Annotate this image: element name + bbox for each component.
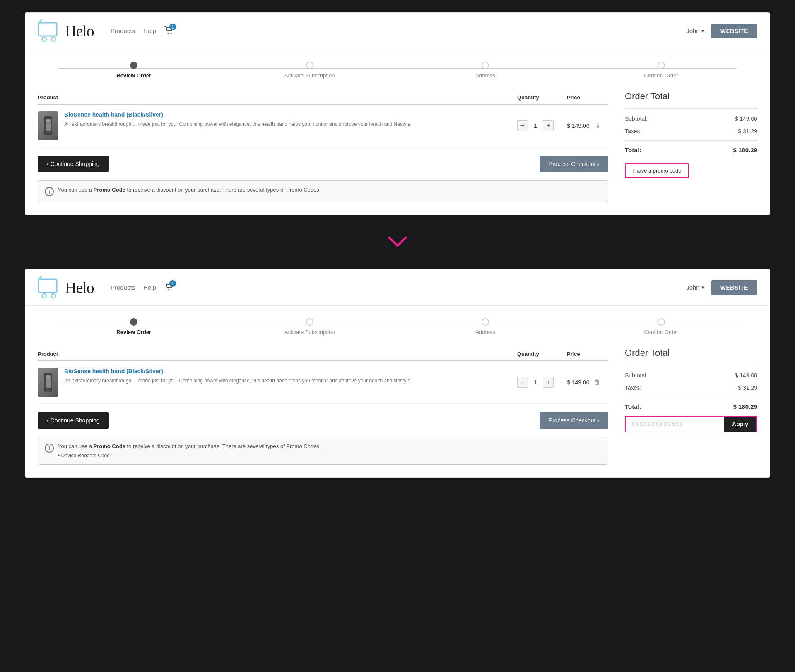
promo-input-row: Apply bbox=[625, 416, 757, 432]
col-product-2: Product bbox=[38, 351, 517, 357]
delete-btn[interactable]: 🗑 bbox=[594, 122, 600, 130]
nav-help-2[interactable]: Help bbox=[143, 284, 156, 291]
step-circle-confirm-2 bbox=[658, 318, 665, 326]
cart-icon[interactable]: 1 bbox=[164, 26, 173, 36]
logo-area: Helo bbox=[38, 19, 94, 42]
nav-products-2[interactable]: Products bbox=[111, 284, 135, 291]
step-label-confirm: Confirm Order bbox=[644, 72, 678, 79]
promo-text-before-2: You can use a bbox=[58, 443, 94, 449]
step-circle-address-2 bbox=[482, 318, 489, 326]
svg-rect-20 bbox=[46, 377, 50, 378]
cart-icon-2[interactable]: 1 bbox=[164, 283, 173, 292]
qty-plus-btn-2[interactable]: + bbox=[543, 377, 554, 388]
promo-banner-2: i You can use a Promo Code to receive a … bbox=[38, 437, 608, 465]
total-label-2: Total: bbox=[625, 403, 641, 410]
svg-point-16 bbox=[167, 289, 169, 290]
col-quantity-2: Quantity bbox=[517, 351, 567, 357]
qty-minus-btn[interactable]: − bbox=[517, 120, 528, 131]
header-2: Helo Products Help 1 John ▾ bbox=[25, 269, 770, 306]
delete-btn-2[interactable]: 🗑 bbox=[594, 379, 600, 386]
product-cell: BioSense health band (Black/Silver) An e… bbox=[38, 111, 517, 140]
svg-point-2 bbox=[42, 37, 46, 41]
action-buttons: ‹ Continue Shopping Process Checkout › bbox=[38, 156, 608, 172]
product-image-2 bbox=[38, 368, 58, 397]
order-table-header: Product Quantity Price bbox=[38, 91, 608, 105]
nav-help[interactable]: Help bbox=[143, 27, 156, 34]
step-circle-subscribe bbox=[306, 62, 313, 69]
promo-banner: i You can use a Promo Code to receive a … bbox=[38, 180, 608, 202]
step-review: Review Order bbox=[46, 62, 222, 79]
step-subscribe: Activate Subscription bbox=[222, 62, 398, 79]
product-info-2: BioSense health band (Black/Silver) An e… bbox=[64, 368, 517, 384]
product-desc: An extraordinary breakthrough ... made j… bbox=[64, 120, 517, 128]
svg-point-13 bbox=[42, 294, 46, 298]
user-menu[interactable]: John ▾ bbox=[686, 27, 705, 35]
step-label-confirm-2: Confirm Order bbox=[644, 329, 678, 335]
total-value-2: $ 180.29 bbox=[733, 403, 757, 410]
total-value: $ 180.29 bbox=[733, 146, 757, 154]
continue-shopping-btn-2[interactable]: ‹ Continue Shopping bbox=[38, 412, 109, 429]
step-confirm-2: Confirm Order bbox=[573, 318, 749, 335]
qty-plus-btn[interactable]: + bbox=[543, 120, 554, 131]
user-menu-2[interactable]: John ▾ bbox=[686, 284, 705, 291]
taxes-label: Taxes: bbox=[625, 128, 641, 134]
order-total-section-bottom: Order Total Subtotal: $ 149.00 Taxes: $ … bbox=[625, 348, 757, 465]
promo-text-2: You can use a Promo Code to receive a di… bbox=[58, 443, 319, 458]
total-label: Total: bbox=[625, 146, 641, 154]
panel-divider bbox=[0, 228, 795, 257]
product-price-2: $ 149.00 bbox=[567, 379, 590, 386]
promo-code-input[interactable] bbox=[626, 417, 724, 432]
qty-cell-2: − 1 + bbox=[517, 377, 567, 388]
product-cell-2: BioSense health band (Black/Silver) An e… bbox=[38, 368, 517, 397]
promo-text-after: to receive a discount on your purchase. … bbox=[125, 187, 319, 193]
steps-row-2: Review Order Activate Subscription Addre… bbox=[46, 318, 749, 335]
product-desc-2: An extraordinary breakthrough ... made j… bbox=[64, 377, 517, 384]
apply-promo-btn[interactable]: Apply bbox=[724, 417, 756, 432]
subtotal-value-2: $ 149.00 bbox=[735, 372, 758, 379]
website-button[interactable]: WEBSITE bbox=[711, 24, 757, 38]
chevron-down-icon bbox=[387, 234, 408, 250]
steps-container-2: Review Order Activate Subscription Addre… bbox=[25, 306, 770, 339]
cart-badge-2: 1 bbox=[169, 280, 176, 287]
continue-shopping-btn[interactable]: ‹ Continue Shopping bbox=[38, 156, 109, 172]
col-price-2: Price bbox=[567, 351, 608, 357]
order-table-header-2: Product Quantity Price bbox=[38, 348, 608, 361]
svg-point-14 bbox=[51, 294, 55, 298]
subtotal-label-2: Subtotal: bbox=[625, 372, 648, 379]
info-icon-2: i bbox=[45, 444, 54, 453]
order-row: BioSense health band (Black/Silver) An e… bbox=[38, 105, 608, 147]
info-icon: i bbox=[45, 187, 54, 196]
subtotal-row: Subtotal: $ 149.00 bbox=[625, 115, 757, 122]
order-total-title-2: Order Total bbox=[625, 348, 757, 358]
process-checkout-btn-2[interactable]: Process Checkout › bbox=[540, 412, 608, 429]
qty-cell: − 1 + bbox=[517, 120, 567, 131]
promo-sub-item: • Device Redeem Code bbox=[58, 453, 319, 458]
total-divider bbox=[625, 108, 757, 109]
product-info: BioSense health band (Black/Silver) An e… bbox=[64, 111, 517, 128]
step-address-2: Address bbox=[398, 318, 573, 335]
steps-row: Review Order Activate Subscription Addre… bbox=[46, 62, 749, 79]
order-total-title: Order Total bbox=[625, 91, 757, 102]
qty-value: 1 bbox=[531, 122, 540, 129]
main-content-2: Product Quantity Price bbox=[25, 339, 770, 477]
taxes-value-2: $ 31.29 bbox=[738, 384, 757, 391]
promo-text-before: You can use a bbox=[58, 187, 94, 193]
cart-logo-icon bbox=[38, 19, 63, 42]
nav-products[interactable]: Products bbox=[111, 27, 135, 34]
step-circle-review-2 bbox=[130, 318, 137, 326]
action-buttons-2: ‹ Continue Shopping Process Checkout › bbox=[38, 412, 608, 429]
product-image bbox=[38, 111, 58, 140]
price-cell-2: $ 149.00 🗑 bbox=[567, 379, 608, 386]
qty-minus-btn-2[interactable]: − bbox=[517, 377, 528, 388]
svg-point-3 bbox=[51, 37, 55, 41]
col-product: Product bbox=[38, 94, 517, 101]
taxes-row: Taxes: $ 31.29 bbox=[625, 128, 757, 134]
website-button-2[interactable]: WEBSITE bbox=[711, 280, 757, 295]
subtotal-row-2: Subtotal: $ 149.00 bbox=[625, 372, 757, 379]
step-review-2: Review Order bbox=[46, 318, 222, 335]
grand-total-row: Total: $ 180.29 bbox=[625, 140, 757, 154]
process-checkout-btn[interactable]: Process Checkout › bbox=[540, 156, 608, 172]
step-subscribe-2: Activate Subscription bbox=[222, 318, 398, 335]
panel-top: Helo Products Help 1 John ▾ bbox=[25, 12, 770, 215]
promo-code-toggle-btn[interactable]: I have a promo code bbox=[625, 163, 689, 178]
